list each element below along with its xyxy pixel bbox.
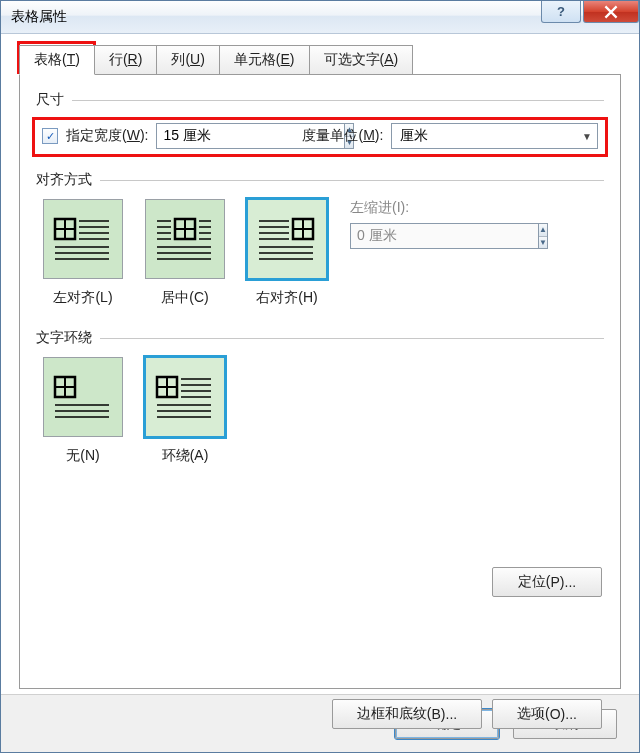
unit-value: 厘米 — [392, 127, 577, 145]
align-center-caption: 居中(C) — [161, 289, 208, 307]
window-title: 表格属性 — [11, 8, 539, 26]
wrap-around-icon — [155, 371, 215, 423]
indent-input — [350, 223, 539, 249]
spin-up-icon: ▲ — [539, 224, 547, 236]
wrap-none-thumb — [43, 357, 123, 437]
indent-label: 左缩进(I): — [350, 199, 480, 217]
width-spinner[interactable]: ▲ ▼ — [156, 123, 276, 149]
align-left-icon — [53, 213, 113, 265]
size-label-text: 尺寸 — [36, 91, 64, 109]
indent-spinner: ▲ ▼ — [350, 223, 480, 249]
dialog-content: 表格(T) 行(R) 列(U) 单元格(E) 可选文字(A) 尺寸 ✓ 指定宽度… — [1, 34, 639, 694]
unit-select[interactable]: 厘米 ▼ — [391, 123, 598, 149]
alignment-group-label: 对齐方式 — [36, 171, 604, 189]
close-button[interactable] — [583, 1, 639, 23]
alignment-row: 左对齐(L) — [40, 199, 604, 307]
wrap-around-thumb — [145, 357, 225, 437]
align-right-icon — [257, 213, 317, 265]
width-checkbox[interactable]: ✓ — [42, 128, 58, 144]
tab-strip: 表格(T) 行(R) 列(U) 单元格(E) 可选文字(A) — [19, 44, 621, 74]
left-indent-block: 左缩进(I): ▲ ▼ — [350, 199, 480, 307]
align-left-thumb — [43, 199, 123, 279]
align-right-option[interactable]: 右对齐(H) — [244, 199, 330, 307]
tab-panel: 尺寸 ✓ 指定宽度(W): ▲ ▼ 度量单位(M): 厘米 ▼ — [19, 74, 621, 689]
dialog-window: 表格属性 ? 表格(T) 行(R) 列(U) 单元格(E) 可选文字(A) 尺寸 — [0, 0, 640, 753]
align-right-thumb — [247, 199, 327, 279]
align-center-thumb — [145, 199, 225, 279]
spinner-buttons: ▲ ▼ — [539, 223, 548, 249]
width-label: 指定宽度(W): — [66, 127, 148, 145]
size-group-label: 尺寸 — [36, 91, 604, 109]
spin-down-icon: ▼ — [539, 236, 547, 249]
size-row: ✓ 指定宽度(W): ▲ ▼ 度量单位(M): 厘米 ▼ — [36, 119, 604, 153]
chevron-down-icon: ▼ — [577, 131, 597, 142]
divider — [100, 338, 604, 339]
align-left-option[interactable]: 左对齐(L) — [40, 199, 126, 307]
wrap-none-icon — [53, 371, 113, 423]
align-right-caption: 右对齐(H) — [256, 289, 317, 307]
tab-table[interactable]: 表格(T) — [19, 45, 95, 75]
wrap-around-caption: 环绕(A) — [162, 447, 209, 465]
wrap-row: 无(N) — [40, 357, 604, 465]
divider — [72, 100, 604, 101]
help-button[interactable]: ? — [541, 1, 581, 23]
options-button[interactable]: 选项(O)... — [492, 699, 602, 729]
positioning-button-row: 定位(P)... — [492, 567, 602, 597]
align-center-option[interactable]: 居中(C) — [142, 199, 228, 307]
positioning-button[interactable]: 定位(P)... — [492, 567, 602, 597]
titlebar[interactable]: 表格属性 ? — [1, 1, 639, 34]
divider — [100, 180, 604, 181]
borders-button[interactable]: 边框和底纹(B)... — [332, 699, 482, 729]
wrap-group-label: 文字环绕 — [36, 329, 604, 347]
wrap-around-option[interactable]: 环绕(A) — [142, 357, 228, 465]
tab-column[interactable]: 列(U) — [157, 45, 219, 75]
tab-alt-text[interactable]: 可选文字(A) — [310, 45, 414, 75]
close-icon — [604, 5, 618, 19]
tab-row[interactable]: 行(R) — [95, 45, 157, 75]
align-left-caption: 左对齐(L) — [53, 289, 112, 307]
window-buttons: ? — [539, 1, 639, 33]
tab-cell[interactable]: 单元格(E) — [220, 45, 310, 75]
wrap-none-caption: 无(N) — [66, 447, 99, 465]
unit-label: 度量单位(M): — [302, 127, 383, 145]
wrap-label-text: 文字环绕 — [36, 329, 92, 347]
lower-button-row: 边框和底纹(B)... 选项(O)... — [332, 699, 602, 729]
align-center-icon — [155, 213, 215, 265]
alignment-label-text: 对齐方式 — [36, 171, 92, 189]
wrap-none-option[interactable]: 无(N) — [40, 357, 126, 465]
